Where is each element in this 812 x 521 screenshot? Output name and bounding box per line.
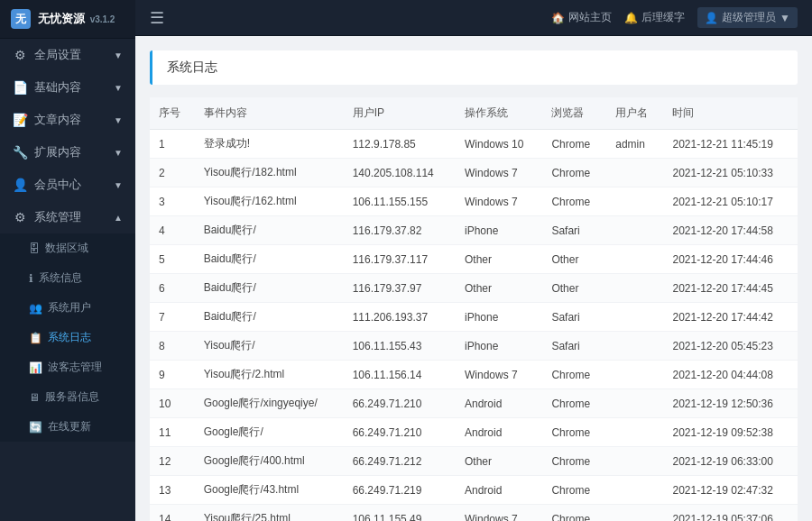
table-header: 序号 事件内容 用户IP 操作系统 浏览器 用户名 时间 [150, 97, 798, 130]
sidebar-item-label: 文章内容 [34, 112, 81, 128]
user-icon: 👤 [13, 178, 27, 192]
chevron-down-icon: ▼ [114, 148, 123, 158]
table-row: 3Yisou爬行/162.html106.11.155.155Windows 7… [150, 187, 798, 216]
log-table-wrapper: 序号 事件内容 用户IP 操作系统 浏览器 用户名 时间 1登录成功!112.9… [150, 97, 798, 521]
table-row: 2Yisou爬行/182.html140.205.108.114Windows … [150, 159, 798, 187]
sidebar-item-quan-ju[interactable]: ⚙ 全局设置 ▼ [0, 39, 135, 71]
sidebar-sub-label: 服务器信息 [45, 389, 99, 405]
system-submenu: 🗄 数据区域 ℹ 系统信息 👥 系统用户 📋 系统日志 📊 波客志管理 🖥 服务… [0, 233, 135, 442]
chevron-up-icon: ▲ [114, 213, 123, 223]
sidebar-sub-item-xi-tong-info[interactable]: ℹ 系统信息 [0, 263, 135, 293]
sidebar-item-label: 基础内容 [34, 79, 81, 96]
col-os: 操作系统 [456, 97, 542, 130]
sidebar-sub-item-shu-ju[interactable]: 🗄 数据区域 [0, 233, 135, 263]
chevron-down-icon: ▼ [114, 115, 123, 125]
hamburger-icon[interactable]: ☰ [150, 8, 164, 28]
server-icon: 🖥 [29, 391, 40, 404]
chevron-down-icon: ▼ [114, 50, 123, 60]
info-icon: ℹ [29, 272, 33, 285]
chevron-down-icon: ▼ [780, 12, 790, 24]
col-ip: 用户IP [344, 97, 456, 130]
admin-dropdown[interactable]: 👤 超级管理员 ▼ [697, 7, 798, 28]
home-icon: 🏠 [551, 12, 565, 24]
table-body: 1登录成功!112.9.178.85Windows 10Chromeadmin2… [150, 130, 798, 522]
logo-version: v3.1.2 [90, 14, 115, 24]
col-time: 时间 [663, 97, 798, 130]
header-right: 🏠 网站主页 🔔 后理缓字 👤 超级管理员 ▼ [551, 7, 798, 28]
sidebar-sub-label: 系统信息 [39, 270, 82, 286]
admin-icon: 👤 [705, 12, 718, 24]
page-title: 系统日志 [167, 59, 217, 74]
table-row: 1登录成功!112.9.178.85Windows 10Chromeadmin2… [150, 130, 798, 159]
chevron-down-icon: ▼ [114, 180, 123, 190]
update-icon: 🔄 [29, 421, 42, 434]
article-icon: 📝 [13, 113, 27, 127]
manage-link[interactable]: 🔔 后理缓字 [624, 10, 685, 25]
content-area: 系统日志 序号 事件内容 用户IP 操作系统 浏览器 用户名 时间 1登录成功!… [135, 36, 812, 521]
sidebar-sub-label: 数据区域 [45, 241, 88, 256]
table-row: 14Yisou爬行/25.html106.11.155.49Windows 7C… [150, 505, 798, 522]
main-content: ☰ 🏠 网站主页 🔔 后理缓字 👤 超级管理员 ▼ 系统日志 [135, 0, 812, 521]
settings-icon: ⚙ [13, 48, 27, 62]
logo-icon: 无 [11, 9, 31, 29]
site-link[interactable]: 🏠 网站主页 [551, 10, 612, 25]
page-header: 系统日志 [150, 50, 798, 85]
sidebar-item-label: 系统管理 [34, 209, 81, 225]
table-row: 12Google爬行/400.html66.249.71.212OtherChr… [150, 447, 798, 476]
table-row: 11Google爬行/66.249.71.210AndroidChrome202… [150, 418, 798, 447]
doc-icon: 📄 [13, 80, 27, 95]
table-row: 5Baidu爬行/116.179.37.117OtherOther2021-12… [150, 245, 798, 274]
table-row: 13Google爬行/43.html66.249.71.219AndroidCh… [150, 476, 798, 505]
col-id: 序号 [150, 97, 195, 130]
log-table: 序号 事件内容 用户IP 操作系统 浏览器 用户名 时间 1登录成功!112.9… [150, 97, 798, 521]
sidebar: 无 无忧资源 v3.1.2 ⚙ 全局设置 ▼ 📄 基础内容 ▼ 📝 文章内容 ▼… [0, 0, 135, 521]
logo-text: 无忧资源 v3.1.2 [38, 11, 115, 27]
chevron-down-icon: ▼ [114, 83, 123, 93]
sidebar-item-label: 会员中心 [34, 177, 81, 193]
table-row: 10Google爬行/xingyeqiye/66.249.71.210Andro… [150, 389, 798, 418]
sidebar-item-ji-chu[interactable]: 📄 基础内容 ▼ [0, 71, 135, 104]
sidebar-sub-item-fu-wu-qi[interactable]: 🖥 服务器信息 [0, 382, 135, 412]
sidebar-sub-item-zai-xian[interactable]: 🔄 在线更新 [0, 412, 135, 442]
col-user: 用户名 [606, 97, 663, 130]
sidebar-item-label: 扩展内容 [34, 144, 81, 160]
log-icon: 📋 [29, 332, 42, 344]
sidebar-sub-label: 系统日志 [48, 330, 91, 345]
sidebar-sub-item-xi-tong-user[interactable]: 👥 系统用户 [0, 293, 135, 323]
table-row: 9Yisou爬行/2.html106.11.156.14Windows 7Chr… [150, 361, 798, 389]
header: ☰ 🏠 网站主页 🔔 后理缓字 👤 超级管理员 ▼ [135, 0, 812, 36]
system-icon: ⚙ [13, 210, 27, 224]
col-browser: 浏览器 [542, 97, 606, 130]
col-event: 事件内容 [195, 97, 344, 130]
sidebar-item-wen-zhang[interactable]: 📝 文章内容 ▼ [0, 104, 135, 136]
blog-icon: 📊 [29, 361, 42, 374]
database-icon: 🗄 [29, 242, 40, 255]
sidebar-sub-item-xi-tong-log[interactable]: 📋 系统日志 [0, 323, 135, 352]
sidebar-item-xi-tong[interactable]: ⚙ 系统管理 ▲ [0, 201, 135, 233]
extend-icon: 🔧 [13, 145, 27, 160]
sidebar-sub-item-bo-ke[interactable]: 📊 波客志管理 [0, 352, 135, 382]
users-icon: 👥 [29, 302, 42, 315]
sidebar-sub-label: 在线更新 [48, 419, 91, 434]
sidebar-item-hui-yuan[interactable]: 👤 会员中心 ▼ [0, 169, 135, 201]
sidebar-sub-label: 系统用户 [48, 300, 91, 315]
logo: 无 无忧资源 v3.1.2 [0, 0, 135, 39]
table-row: 8Yisou爬行/106.11.155.43iPhoneSafari2021-1… [150, 332, 798, 361]
sidebar-sub-label: 波客志管理 [48, 360, 102, 375]
table-row: 7Baidu爬行/111.206.193.37iPhoneSafari2021-… [150, 303, 798, 332]
bell-icon: 🔔 [624, 12, 638, 24]
sidebar-item-label: 全局设置 [34, 47, 81, 63]
table-row: 6Baidu爬行/116.179.37.97OtherOther2021-12-… [150, 274, 798, 303]
table-row: 4Baidu爬行/116.179.37.82iPhoneSafari2021-1… [150, 216, 798, 245]
sidebar-item-kuo-zhan[interactable]: 🔧 扩展内容 ▼ [0, 136, 135, 169]
